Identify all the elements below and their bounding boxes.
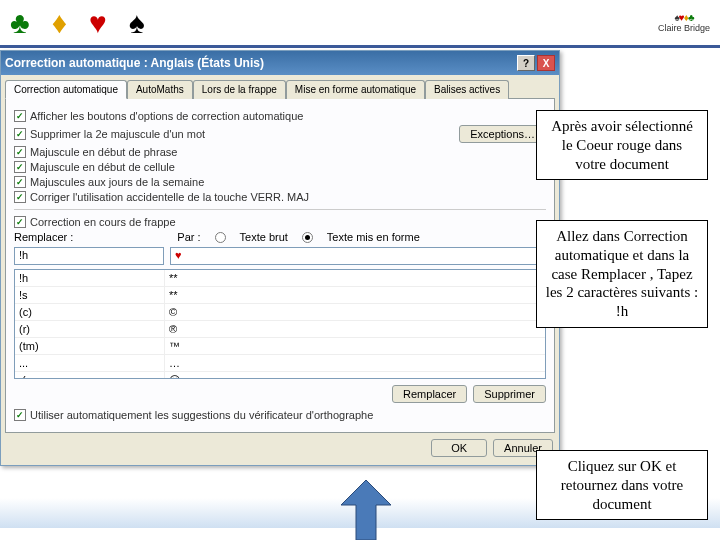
help-button[interactable]: ?	[517, 55, 535, 71]
list-row: (tm)™	[15, 338, 545, 355]
checkbox-replace-typing[interactable]: ✓	[14, 216, 26, 228]
replace-input[interactable]: !h	[14, 247, 164, 265]
callout-step-1: Après avoir sélectionné le Coeur rouge d…	[536, 110, 708, 180]
list-row: !s**	[15, 287, 545, 304]
radio-formatted-text[interactable]	[302, 232, 313, 243]
close-button[interactable]: X	[537, 55, 555, 71]
checkbox-second-cap[interactable]: ✓	[14, 128, 26, 140]
label-show-options: Afficher les boutons d'options de correc…	[30, 110, 303, 122]
svg-marker-0	[341, 480, 391, 540]
delete-button[interactable]: Supprimer	[473, 385, 546, 403]
list-row: ...…	[15, 355, 545, 372]
spade-icon: ♠	[129, 6, 145, 40]
radio-plain-label: Texte brut	[240, 231, 288, 243]
list-row: !h**	[15, 270, 545, 287]
dialog-footer: OK Annuler	[1, 433, 559, 465]
tab-autocorrect[interactable]: Correction automatique	[5, 80, 127, 99]
label-replace-typing: Correction en cours de frappe	[30, 216, 176, 228]
by-label: Par :	[177, 231, 200, 243]
checkbox-cell-cap[interactable]: ✓	[14, 161, 26, 173]
checkbox-sentence-cap[interactable]: ✓	[14, 146, 26, 158]
list-row: :(☹	[15, 372, 545, 379]
callout-step-3: Cliquez sur OK et retournez dans votre d…	[536, 450, 708, 520]
page-header: ♣ ♦ ♥ ♠ ♠♥♦♣ Claire Bridge	[0, 0, 720, 48]
list-row: (r)®	[15, 321, 545, 338]
checkbox-days-cap[interactable]: ✓	[14, 176, 26, 188]
label-second-cap: Supprimer la 2e majuscule d'un mot	[30, 128, 205, 140]
tab-strip: Correction automatique AutoMaths Lors de…	[1, 75, 559, 98]
label-cell-cap: Majuscule en début de cellule	[30, 161, 175, 173]
label-days-cap: Majuscules aux jours de la semaine	[30, 176, 204, 188]
label-use-spellcheck: Utiliser automatiquement les suggestions…	[30, 409, 373, 421]
diamond-icon: ♦	[52, 6, 67, 40]
replace-label: Remplacer :	[14, 231, 73, 243]
label-sentence-cap: Majuscule en début de phrase	[30, 146, 177, 158]
tab-as-you-type[interactable]: Lors de la frappe	[193, 80, 286, 99]
replace-button[interactable]: Remplacer	[392, 385, 467, 403]
suit-icons: ♣ ♦ ♥ ♠	[10, 6, 145, 40]
brand-logo: ♠♥♦♣ Claire Bridge	[658, 12, 710, 33]
dialog-titlebar[interactable]: Correction automatique : Anglais (États …	[1, 51, 559, 75]
exceptions-button[interactable]: Exceptions…	[459, 125, 546, 143]
tab-smart-tags[interactable]: Balises actives	[425, 80, 509, 99]
checkbox-show-options[interactable]: ✓	[14, 110, 26, 122]
callout-step-2: Allez dans Correction automatique et dan…	[536, 220, 708, 328]
checkbox-use-spellcheck[interactable]: ✓	[14, 409, 26, 421]
list-row: (c)©	[15, 304, 545, 321]
dialog-title: Correction automatique : Anglais (États …	[5, 56, 264, 70]
radio-formatted-label: Texte mis en forme	[327, 231, 420, 243]
autocorrect-dialog: Correction automatique : Anglais (États …	[0, 50, 560, 466]
tab-autoformat[interactable]: Mise en forme automatique	[286, 80, 425, 99]
replace-list[interactable]: !h** !s** (c)© (r)® (tm)™ ...… :(☹	[14, 269, 546, 379]
tab-automaths[interactable]: AutoMaths	[127, 80, 193, 99]
label-capslock: Corriger l'utilisation accidentelle de l…	[30, 191, 309, 203]
radio-plain-text[interactable]	[215, 232, 226, 243]
club-icon: ♣	[10, 6, 30, 40]
ok-button[interactable]: OK	[431, 439, 487, 457]
dialog-panel: ✓ Afficher les boutons d'options de corr…	[5, 98, 555, 433]
heart-icon: ♥	[89, 6, 107, 40]
arrow-up-icon	[340, 480, 392, 540]
by-input[interactable]: ♥	[170, 247, 546, 265]
checkbox-capslock[interactable]: ✓	[14, 191, 26, 203]
